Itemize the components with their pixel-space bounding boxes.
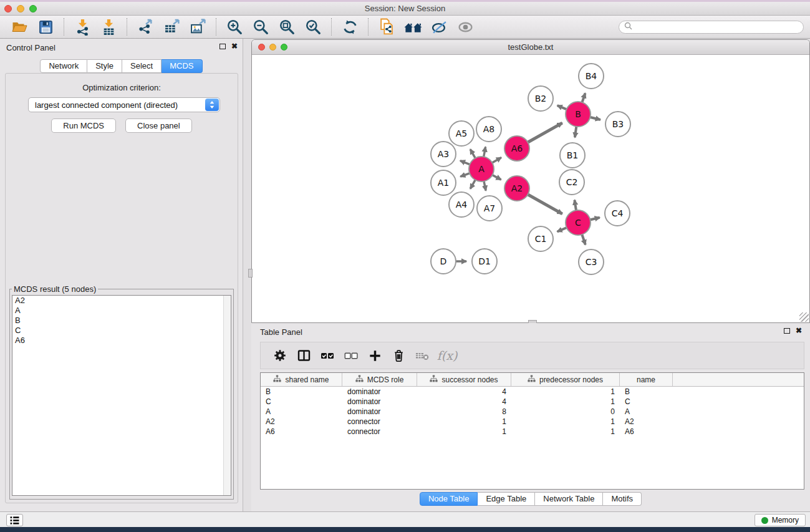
deselect-all-rows-icon[interactable] [340, 346, 362, 365]
tab-motifs[interactable]: Motifs [603, 492, 642, 506]
graph-node-C3[interactable]: C3 [579, 249, 604, 274]
graph-node-C2[interactable]: C2 [559, 170, 584, 195]
graph-node-B4[interactable]: B4 [579, 64, 604, 89]
close-panel-icon[interactable]: ✖ [231, 43, 238, 49]
delete-table-icon[interactable] [412, 346, 433, 365]
table-cell[interactable]: 1 [511, 417, 620, 427]
table-cell[interactable]: connector [342, 427, 417, 437]
memory-button[interactable]: Memory [755, 514, 806, 526]
run-mcds-button[interactable]: Run MCDS [51, 118, 116, 133]
delete-columns-trash-icon[interactable] [388, 346, 409, 365]
table-cell[interactable]: A2 [261, 417, 342, 427]
column-header-shared-name[interactable]: shared name [261, 373, 342, 386]
graph-node-B2[interactable]: B2 [528, 86, 553, 111]
table-cell[interactable]: A [261, 407, 342, 417]
close-panel-icon[interactable]: ✖ [796, 327, 802, 334]
column-header-predecessor-nodes[interactable]: predecessor nodes [511, 373, 620, 386]
table-cell[interactable]: A6 [620, 427, 673, 437]
export-image-icon[interactable] [188, 18, 207, 36]
float-panel-icon[interactable] [784, 328, 790, 334]
table-cell[interactable]: 1 [511, 387, 620, 397]
import-network-icon[interactable] [73, 18, 92, 36]
tab-node-table[interactable]: Node Table [420, 492, 478, 506]
graph-node-A5[interactable]: A5 [449, 121, 474, 146]
table-options-gear-icon[interactable] [269, 346, 291, 365]
column-header-mcds-role[interactable]: MCDS role [342, 373, 417, 386]
table-cell[interactable]: 1 [417, 417, 511, 427]
graph-node-A[interactable]: A [469, 157, 494, 181]
close-panel-button[interactable]: Close panel [125, 118, 192, 133]
tab-network-table[interactable]: Network Table [535, 492, 603, 506]
graph-node-A2[interactable]: A2 [504, 176, 529, 201]
graph-node-A3[interactable]: A3 [431, 142, 456, 167]
import-table-icon[interactable] [99, 18, 118, 36]
result-list-item[interactable]: A2 [12, 296, 231, 306]
table-cell[interactable]: dominator [342, 397, 417, 407]
add-column-icon[interactable] [364, 346, 385, 365]
table-cell[interactable]: 4 [417, 397, 511, 407]
table-row[interactable]: Bdominator41B [261, 387, 804, 397]
clone-network-icon[interactable] [377, 18, 396, 36]
graph-node-D[interactable]: D [431, 249, 456, 274]
float-panel-icon[interactable] [219, 44, 226, 49]
graph-node-B3[interactable]: B3 [605, 112, 630, 137]
table-cell[interactable]: B [261, 387, 342, 397]
result-list-item[interactable]: B [12, 316, 231, 326]
birds-eye-view-icon[interactable] [456, 18, 475, 36]
table-row[interactable]: A6connector11A6 [261, 427, 804, 437]
save-session-icon[interactable] [36, 18, 55, 36]
refresh-icon[interactable] [340, 18, 359, 36]
table-cell[interactable]: dominator [342, 407, 417, 417]
result-list-scrollbar[interactable] [223, 296, 231, 495]
graph-node-C[interactable]: C [566, 210, 591, 235]
zoom-selected-icon[interactable] [304, 18, 322, 36]
zoom-in-icon[interactable] [225, 18, 244, 36]
table-row[interactable]: Cdominator41C [261, 397, 804, 407]
table-cell[interactable]: 0 [511, 407, 620, 417]
table-cell[interactable]: 1 [511, 427, 620, 437]
export-table-icon[interactable] [162, 18, 181, 36]
tab-network[interactable]: Network [40, 59, 87, 73]
table-cell[interactable]: 8 [417, 407, 511, 417]
search-field[interactable] [619, 21, 804, 34]
table-cell[interactable]: 4 [417, 387, 511, 397]
mcds-result-list[interactable]: A2ABCA6 [12, 295, 231, 496]
table-cell[interactable]: C [261, 397, 342, 407]
zoom-out-icon[interactable] [251, 18, 270, 36]
search-input[interactable] [632, 22, 798, 31]
function-builder-icon[interactable]: f(x) [435, 346, 456, 365]
graph-node-C4[interactable]: C4 [605, 201, 630, 226]
result-list-item[interactable]: A [12, 306, 231, 316]
network-window-titlebar[interactable]: testGlobe.txt [252, 40, 809, 55]
home-layout-icon[interactable] [403, 18, 422, 36]
open-session-icon[interactable] [10, 18, 29, 36]
table-cell[interactable]: C [620, 397, 673, 407]
table-cell[interactable]: A6 [261, 427, 342, 437]
graph-node-B1[interactable]: B1 [560, 143, 585, 168]
graph-node-A8[interactable]: A8 [476, 117, 501, 142]
table-row[interactable]: A2connector11A2 [261, 417, 804, 427]
result-list-item[interactable]: A6 [12, 336, 231, 346]
column-header-successor-nodes[interactable]: successor nodes [417, 373, 511, 386]
tab-mcds[interactable]: MCDS [162, 59, 202, 73]
task-history-button[interactable] [6, 514, 23, 526]
tab-style[interactable]: Style [87, 59, 122, 73]
graph-node-A6[interactable]: A6 [504, 136, 529, 161]
select-all-rows-icon[interactable] [317, 346, 338, 365]
network-graph[interactable]: B4B2BB3A8A5A6A3B1AA1C2A2A4A7C4CC1DD1C3 [252, 55, 809, 323]
splitter-handle-vertical[interactable] [248, 269, 253, 278]
table-cell[interactable]: B [620, 387, 673, 397]
graph-node-A4[interactable]: A4 [449, 192, 474, 217]
table-cell[interactable]: dominator [342, 387, 417, 397]
graph-node-B[interactable]: B [566, 102, 591, 127]
optimization-criterion-select[interactable]: largest connected component (directed) [28, 97, 220, 112]
show-graphics-details-icon[interactable] [430, 18, 448, 36]
graph-node-A7[interactable]: A7 [477, 196, 502, 221]
export-network-icon[interactable] [136, 18, 155, 36]
graph-node-D1[interactable]: D1 [472, 249, 497, 274]
table-cell[interactable]: 1 [511, 397, 620, 407]
table-row[interactable]: Adominator80A [261, 407, 804, 417]
result-list-item[interactable]: C [12, 326, 231, 336]
tab-edge-table[interactable]: Edge Table [478, 492, 535, 506]
graph-node-C1[interactable]: C1 [528, 226, 553, 251]
